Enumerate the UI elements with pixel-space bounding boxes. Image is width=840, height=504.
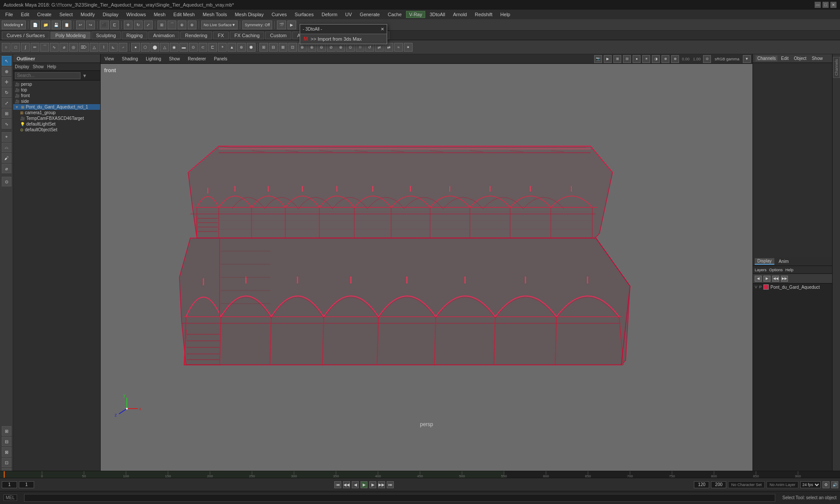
vp-menu-view[interactable]: View [102,56,116,62]
wave-tool[interactable]: ∿ [50,43,59,52]
tube-btn[interactable]: ⊂ [199,43,207,52]
display-tab-btn[interactable]: Display [755,258,774,265]
outliner-menu-display[interactable]: Display [15,64,29,69]
help-subtab[interactable]: Help [785,268,794,272]
menu-edit-mesh[interactable]: Edit Mesh [170,11,198,18]
cone-btn[interactable]: △ [160,43,169,52]
menu-mesh-display[interactable]: Mesh Display [231,11,267,18]
platonic-btn[interactable]: ⬢ [247,43,256,52]
show-tab[interactable]: Show [810,56,824,61]
edit-tab[interactable]: Edit [779,56,790,61]
outliner-item-front[interactable]: 🎥 front [13,93,100,98]
layer-color-swatch[interactable] [763,284,769,290]
tab-fx[interactable]: FX [213,32,229,39]
outliner-item-camera1[interactable]: ⊞ camera1_group [18,110,100,116]
poly-tool4[interactable]: ⌿ [119,43,127,52]
lasso-tool-btn[interactable]: ⊏ [110,21,119,29]
vp-shading-btn[interactable]: ● [633,55,640,63]
arc-tool[interactable]: ⌒ [40,43,49,52]
mel-input[interactable] [24,494,776,502]
pipe-btn[interactable]: ⊏ [208,43,217,52]
outliner-item-pont[interactable]: ▼ ⊞ Pont_du_Gard_Aqueduct_ncl_1 [13,104,100,110]
vp-render-btn[interactable]: ▶ [604,55,612,63]
object-tab[interactable]: Object [792,56,808,61]
menu-file[interactable]: File [2,11,17,18]
popup-import-btn[interactable]: M >> Import from 3ds Max [300,34,387,44]
soft-mod-tool[interactable]: ∿ [2,119,11,129]
mel-label[interactable]: MEL [4,494,17,501]
step-back-key-btn[interactable]: ◀◀ [343,481,350,488]
bevel-btn[interactable]: ⊡ [288,43,297,52]
layer-nav-prev[interactable]: ◀ [755,276,762,282]
menu-3dtoall[interactable]: 3DtoAll [426,11,448,18]
show-manip-tool[interactable]: ⌖ [2,132,11,142]
bridge-btn[interactable]: ⊟ [269,43,278,52]
icon-grid-3[interactable]: ⊠ [2,447,11,457]
sculpt-tool[interactable]: ⌀ [2,164,11,173]
vp-shadow-btn[interactable]: ◑ [652,55,660,63]
vp-light-btn[interactable]: ☀ [642,55,650,63]
smooth-btn[interactable]: ≈ [394,43,403,52]
tab-animation[interactable]: Animation [148,32,179,39]
current-frame-input[interactable] [19,481,34,488]
icon-grid-1[interactable]: ⊞ [2,426,11,436]
vp-menu-lighting[interactable]: Lighting [144,56,163,62]
lasso-select-tool[interactable]: ⌓ [2,143,11,152]
play-btn[interactable]: ▶ [360,481,368,488]
menu-mesh[interactable]: Mesh [150,11,169,18]
render-btn[interactable]: ▶ [287,21,296,29]
torus-btn[interactable]: ◉ [170,43,178,52]
step-fwd-btn[interactable]: ▶ [369,481,376,488]
outliner-menu-help[interactable]: Help [47,64,56,69]
poly-tool2[interactable]: ⌇ [99,43,108,52]
maximize-button[interactable]: □ [822,2,829,8]
main-viewport[interactable]: View Shading Lighting Show Renderer Pane… [101,54,752,478]
menu-redshift[interactable]: Redshift [471,11,496,18]
vp-menu-show[interactable]: Show [167,56,182,62]
bezier-tool[interactable]: ⌦ [79,43,89,52]
sphere-btn[interactable]: ● [131,43,140,52]
close-button[interactable]: ✕ [830,2,836,8]
render-settings-btn[interactable]: 🎬 [277,21,286,29]
outliner-item-persp[interactable]: 🎥 persp [13,81,100,87]
go-to-start-btn[interactable]: ⏮ [334,481,341,488]
scale-tool-btn[interactable]: ⤢ [144,21,153,29]
icon-grid-2[interactable]: ⊟ [2,437,11,446]
menu-curves[interactable]: Curves [268,11,290,18]
move-tool-btn[interactable]: ✛ [124,21,133,29]
max-frame-input[interactable] [711,481,726,488]
open-file-btn[interactable]: 📁 [41,21,50,29]
vp-menu-panels[interactable]: Panels [212,56,230,62]
menu-help[interactable]: Help [497,11,514,18]
vp-camera-icon[interactable]: 📷 [594,55,602,63]
universal-tool[interactable]: ⊞ [2,108,11,118]
save-as-btn[interactable]: 📋 [62,21,71,29]
menu-generate[interactable]: Generate [356,11,383,18]
go-to-end-btn[interactable]: ⏭ [387,481,394,488]
paint-tool[interactable]: 🖌 [2,153,11,163]
vp-grid-btn[interactable]: ⊞ [613,55,621,63]
tab-rendering[interactable]: Rendering [180,32,212,39]
save-file-btn[interactable]: 💾 [52,21,61,29]
exposure-icon[interactable]: ⊙ [703,55,711,63]
disk-btn[interactable]: ⊙ [189,43,198,52]
sculpt-btn[interactable]: ✦ [404,43,413,52]
vp-color-btn[interactable]: ⊕ [662,55,669,63]
vp-wire-btn[interactable]: ⊟ [623,55,631,63]
layer-nav-next2[interactable]: ▶▶ [781,276,788,282]
prism-btn[interactable]: ⌖ [218,43,227,52]
menu-vray[interactable]: V-Ray [406,11,425,18]
outliner-item-tempcam[interactable]: 🎥 TempCamFBXASCD46Target [18,116,100,121]
scale-tool[interactable]: ⤢ [2,98,11,108]
pyramid-btn[interactable]: ▲ [228,43,236,52]
spiral-tool[interactable]: ◎ [69,43,78,52]
paint-select-tool[interactable]: ⊕ [2,66,11,76]
vp-menu-renderer[interactable]: Renderer [186,56,208,62]
undo-btn[interactable]: ↩ [76,21,85,29]
helix-tool[interactable]: ⌀ [60,43,68,52]
outliner-item-side[interactable]: 🎥 side [13,98,100,104]
snap-point-btn[interactable]: ⊕ [178,21,186,29]
fps-select[interactable]: 24 fps 30 fps 60 fps [800,481,821,488]
snap-grid-btn[interactable]: ⊞ [158,21,166,29]
live-surface-btn[interactable]: No Live Surface ▼ [201,21,238,29]
